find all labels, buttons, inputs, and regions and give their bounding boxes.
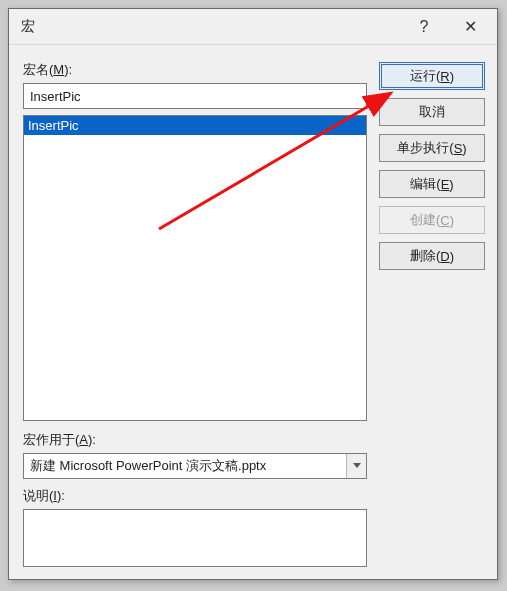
create-button: 创建(C): [379, 206, 485, 234]
step-into-button[interactable]: 单步执行(S): [379, 134, 485, 162]
macro-name-input[interactable]: [23, 83, 367, 109]
macro-name-label: 宏名(M):: [23, 61, 367, 79]
list-item[interactable]: InsertPic: [24, 116, 366, 135]
macro-scope-combo[interactable]: 新建 Microsoft PowerPoint 演示文稿.pptx: [23, 453, 367, 479]
edit-button[interactable]: 编辑(E): [379, 170, 485, 198]
help-button[interactable]: ?: [401, 12, 447, 42]
macro-scope-label: 宏作用于(A):: [23, 431, 367, 449]
description-box[interactable]: [23, 509, 367, 567]
run-button[interactable]: 运行(R): [379, 62, 485, 90]
macro-dialog: 宏 ? ✕ 宏名(M): InsertPic 宏作用于(A): 新建 Micro…: [8, 8, 498, 580]
cancel-button[interactable]: 取消: [379, 98, 485, 126]
close-icon: ✕: [464, 17, 477, 36]
dialog-title: 宏: [21, 18, 401, 36]
macro-scope-value: 新建 Microsoft PowerPoint 演示文稿.pptx: [24, 457, 346, 475]
close-button[interactable]: ✕: [447, 12, 493, 42]
dialog-body: 宏名(M): InsertPic 宏作用于(A): 新建 Microsoft P…: [9, 45, 497, 579]
button-column: 运行(R) 取消 单步执行(S) 编辑(E) 创建(C) 删除(D): [379, 61, 485, 567]
title-bar: 宏 ? ✕: [9, 9, 497, 45]
help-icon: ?: [420, 18, 429, 36]
macro-listbox[interactable]: InsertPic: [23, 115, 367, 421]
delete-button[interactable]: 删除(D): [379, 242, 485, 270]
left-panel: 宏名(M): InsertPic 宏作用于(A): 新建 Microsoft P…: [23, 61, 367, 567]
combo-dropdown-button[interactable]: [346, 454, 366, 478]
chevron-down-icon: [353, 463, 361, 469]
description-label: 说明(I):: [23, 487, 367, 505]
